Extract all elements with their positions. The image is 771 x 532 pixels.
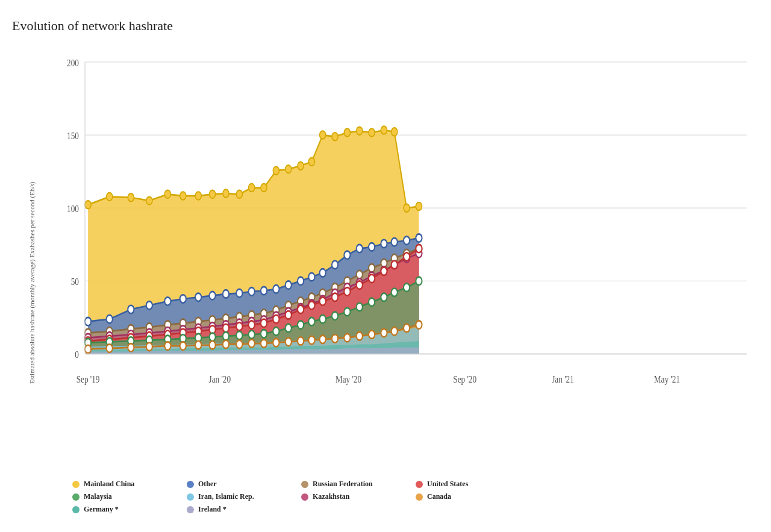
svg-point-186 — [249, 339, 255, 347]
chart-area: Estimated absolute hashrate (monthly ave… — [12, 46, 759, 520]
svg-point-171 — [369, 298, 375, 306]
legend-label-germany: Germany * — [84, 505, 119, 514]
svg-point-194 — [344, 334, 350, 342]
legend-label-malaysia: Malaysia — [84, 492, 112, 501]
svg-point-40 — [298, 162, 304, 170]
legend-dot-ireland — [187, 506, 194, 513]
svg-point-191 — [308, 336, 314, 344]
svg-point-172 — [381, 293, 387, 301]
legend-item-canada: Canada — [416, 492, 512, 501]
svg-point-138 — [273, 315, 279, 323]
svg-text:Sep '20: Sep '20 — [453, 373, 476, 384]
svg-point-32 — [195, 192, 201, 199]
svg-point-144 — [344, 287, 350, 295]
svg-point-62 — [261, 287, 267, 295]
svg-point-46 — [369, 128, 375, 136]
svg-point-69 — [344, 251, 350, 259]
svg-point-185 — [236, 340, 242, 348]
svg-point-166 — [308, 318, 314, 325]
svg-container: 200 150 100 50 0 Sep '19 Jan '20 May '20… — [48, 46, 759, 468]
svg-point-36 — [249, 184, 255, 192]
svg-point-58 — [210, 292, 216, 299]
svg-point-41 — [308, 158, 314, 166]
svg-point-37 — [261, 184, 267, 192]
svg-point-56 — [180, 295, 186, 302]
svg-point-65 — [298, 277, 304, 285]
svg-point-28 — [128, 193, 134, 201]
legend-label-canada: Canada — [427, 492, 451, 501]
svg-text:200: 200 — [67, 57, 79, 68]
legend-item-kazakhstan: Kazakhstan — [301, 492, 398, 501]
legend-item-other: Other — [187, 480, 283, 489]
legend-dot-russia — [301, 481, 308, 488]
svg-point-174 — [404, 283, 410, 291]
svg-point-70 — [357, 245, 363, 252]
svg-point-148 — [392, 261, 398, 269]
svg-point-183 — [210, 341, 216, 349]
main-chart: 200 150 100 50 0 Sep '19 Jan '20 May '20… — [48, 46, 759, 468]
svg-text:Jan '20: Jan '20 — [209, 373, 231, 384]
svg-point-143 — [332, 293, 338, 301]
svg-point-39 — [286, 165, 292, 173]
svg-point-168 — [332, 312, 338, 320]
svg-point-190 — [298, 337, 304, 345]
legend-row-2: Malaysia Iran, Islamic Rep. Kazakhstan C… — [48, 492, 759, 501]
legend-item-germany: Germany * — [72, 505, 169, 514]
svg-point-61 — [249, 287, 255, 295]
svg-point-145 — [357, 281, 363, 289]
svg-point-147 — [381, 268, 387, 275]
svg-point-60 — [236, 289, 242, 297]
legend-label-china: Mainland China — [84, 480, 134, 489]
svg-point-74 — [404, 236, 410, 244]
svg-text:0: 0 — [75, 348, 79, 360]
svg-point-137 — [261, 319, 267, 327]
svg-point-44 — [344, 128, 350, 136]
svg-point-63 — [273, 285, 279, 293]
chart-title: Evolution of network hashrate — [12, 18, 759, 34]
svg-point-35 — [236, 190, 242, 198]
svg-point-189 — [286, 338, 292, 346]
legend-dot-usa — [416, 481, 423, 488]
svg-point-26 — [85, 201, 91, 208]
svg-point-31 — [180, 192, 186, 199]
legend-item-china: Mainland China — [72, 480, 169, 489]
svg-point-197 — [381, 329, 387, 337]
svg-point-49 — [404, 204, 410, 212]
svg-point-38 — [273, 167, 279, 175]
svg-point-150 — [416, 245, 422, 252]
legend-item-ireland: Ireland * — [187, 505, 283, 514]
chart-container: Evolution of network hashrate Estimated … — [0, 0, 771, 532]
legend-item-usa: United States — [416, 480, 512, 489]
svg-point-146 — [369, 275, 375, 283]
svg-point-177 — [107, 344, 113, 352]
svg-point-141 — [308, 301, 314, 309]
legend-row-1: Mainland China Other Russian Federation … — [48, 480, 759, 489]
svg-point-53 — [128, 305, 134, 313]
svg-point-160 — [236, 331, 242, 339]
legend-label-usa: United States — [427, 480, 468, 489]
svg-point-178 — [128, 343, 134, 351]
svg-point-165 — [298, 321, 304, 328]
svg-point-187 — [261, 339, 267, 347]
svg-point-167 — [320, 315, 326, 323]
svg-point-64 — [286, 281, 292, 289]
legend-item-malaysia: Malaysia — [72, 492, 169, 501]
svg-point-200 — [416, 321, 422, 328]
svg-point-55 — [164, 297, 170, 305]
svg-point-195 — [357, 332, 363, 340]
legend-dot-germany — [72, 506, 80, 513]
legend-item-russia: Russian Federation — [301, 480, 398, 489]
svg-point-57 — [195, 293, 201, 301]
svg-point-169 — [344, 308, 350, 316]
svg-point-182 — [195, 341, 201, 349]
svg-point-96 — [369, 264, 375, 272]
svg-point-48 — [392, 128, 398, 136]
svg-point-173 — [392, 289, 398, 296]
svg-text:Jan '21: Jan '21 — [552, 373, 574, 384]
legend-label-iran: Iran, Islamic Rep. — [198, 492, 254, 501]
svg-point-193 — [332, 334, 338, 342]
svg-text:150: 150 — [67, 130, 79, 141]
svg-text:Sep '19: Sep '19 — [76, 373, 100, 384]
svg-point-159 — [223, 332, 229, 340]
legend-dot-china — [72, 481, 80, 488]
